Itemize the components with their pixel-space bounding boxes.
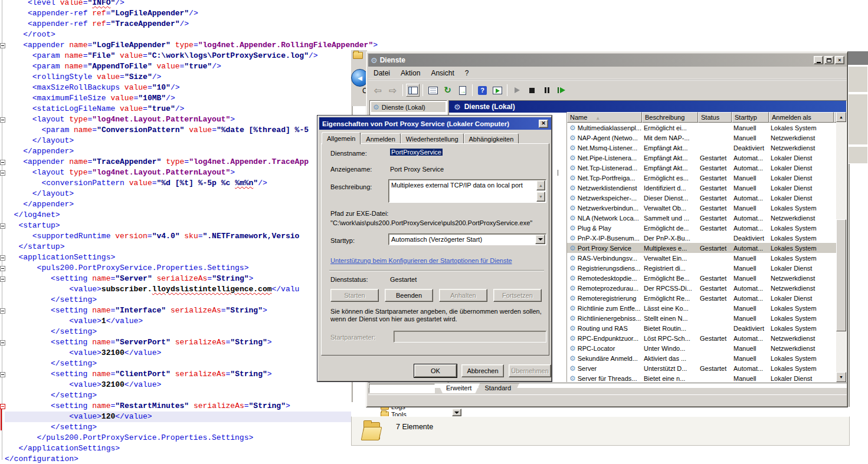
- code-line[interactable]: <appender-ref ref="TraceAppender"/>: [5, 19, 378, 29]
- service-row[interactable]: ⚙Remotedesktopdie...Ermöglicht Be...Gest…: [567, 273, 837, 283]
- dialog-titlebar[interactable]: Eigenschaften von Port Proxy Service (Lo…: [319, 117, 551, 130]
- service-row[interactable]: ⚙RemoteregistrierungErmöglicht Re...Gest…: [567, 293, 837, 303]
- start-params-input[interactable]: [394, 331, 546, 343]
- code-line[interactable]: <appender-ref ref="LogFileAppender"/>: [5, 8, 378, 19]
- properties-icon[interactable]: [426, 84, 440, 97]
- extended-view-icon[interactable]: [490, 84, 504, 97]
- scrollbar-thumb[interactable]: [836, 219, 846, 331]
- close-button[interactable]: ✕: [539, 120, 548, 128]
- code-line[interactable]: <value>120</value>: [5, 412, 352, 422]
- ok-button[interactable]: OK: [414, 364, 457, 377]
- code-line[interactable]: </puls200.PortProxyService.Properties.Se…: [5, 433, 378, 443]
- forward-icon[interactable]: ⇨: [386, 84, 399, 97]
- chevron-down-icon[interactable]: [535, 235, 545, 244]
- code-line[interactable]: </applicationSettings>: [5, 443, 378, 454]
- stop-service-icon[interactable]: [525, 84, 539, 97]
- scroll-up-button[interactable]: ▲: [836, 112, 846, 122]
- service-name-value[interactable]: PortProxyService: [390, 149, 443, 156]
- service-row[interactable]: ⚙Remoteprozedurau...Der RPCSS-Di...Gesta…: [567, 283, 837, 293]
- code-line[interactable]: <maxSizeRollBackups value="10"/>: [5, 83, 378, 93]
- back-icon[interactable]: ⇦: [371, 84, 385, 97]
- service-row[interactable]: ⚙NetzwerklistendienstIdentifiziert d...G…: [567, 183, 837, 193]
- service-row[interactable]: ⚙Net.Tcp-Listenerad...Empfängt Akt...Ges…: [567, 163, 837, 173]
- service-row[interactable]: ⚙Netzwerkspeicher-...Dieser Dienst...Ges…: [567, 193, 837, 203]
- menu-[interactable]: ?: [460, 68, 474, 78]
- service-row[interactable]: ⚙Netzwerkverbindun...Verwaltet Ob...Gest…: [567, 203, 837, 213]
- tab-anmelden[interactable]: Anmelden: [361, 133, 401, 144]
- code-line[interactable]: </root>: [5, 29, 378, 40]
- services-window-titlebar[interactable]: ⚙ Dienste ×: [368, 54, 847, 67]
- service-row[interactable]: ⚙Registrierungsdiens...Registriert di...…: [567, 263, 837, 273]
- pause-service-icon[interactable]: [540, 84, 553, 97]
- code-line[interactable]: <rollingStyle value="Size"/>: [5, 72, 378, 83]
- fold-toggle[interactable]: [0, 404, 5, 409]
- service-row[interactable]: ⚙RAS-Verbindungsv...Verwaltet Ein...Manu…: [567, 253, 837, 263]
- service-row[interactable]: ⚙Richtlinie zum Entfe...Lässt eine Ko...…: [567, 303, 837, 313]
- bernehmen-button[interactable]: Übernehmen: [509, 364, 551, 377]
- column-header-starttyp[interactable]: Starttyp: [732, 112, 769, 123]
- fold-toggle[interactable]: [0, 43, 5, 48]
- code-line[interactable]: <staticLogFileName value="true"/>: [5, 104, 378, 114]
- vertical-scrollbar[interactable]: ▲ ▼: [836, 112, 846, 382]
- service-row[interactable]: ⚙Richtlinienergebniss...Stellt einen N..…: [567, 313, 837, 323]
- description-field[interactable]: Multiplexes external TCP/IP data on loca…: [388, 179, 546, 203]
- view-tab-standard[interactable]: Standard: [476, 383, 519, 393]
- beenden-button[interactable]: Beenden: [385, 289, 433, 302]
- code-line[interactable]: <maximumFileSize value="10MB"/>: [5, 93, 378, 104]
- code-line[interactable]: <setting name="RestartMinutes" serialize…: [5, 401, 378, 412]
- tab-abhngigkeiten[interactable]: Abhängigkeiten: [464, 133, 519, 144]
- service-row[interactable]: ⚙NLA (Network Loca...Sammelt und ...Gest…: [567, 213, 837, 223]
- code-line[interactable]: <appender name="LogFileAppender" type="l…: [5, 40, 378, 51]
- export-list-icon[interactable]: →: [456, 84, 469, 97]
- tree-item-dienste-lokal[interactable]: ⚙ Dienste (Lokal): [371, 102, 446, 112]
- close-button[interactable]: ×: [835, 56, 844, 64]
- scroll-down-button[interactable]: ▼: [536, 192, 545, 202]
- code-line[interactable]: <level value="INFO"/>: [5, 0, 378, 8]
- column-header-status[interactable]: Status: [698, 112, 732, 123]
- menu-datei[interactable]: Datei: [368, 68, 395, 78]
- service-row[interactable]: ⚙Net.Pipe-Listenera...Empfängt Akt...Ges…: [567, 153, 837, 163]
- menu-aktion[interactable]: Aktion: [395, 68, 425, 78]
- fortsetzen-button[interactable]: Fortsetzen: [493, 289, 542, 302]
- starten-button[interactable]: Starten: [330, 289, 379, 302]
- refresh-icon[interactable]: ↻: [441, 84, 454, 97]
- fold-toggle[interactable]: [0, 223, 5, 229]
- fold-toggle[interactable]: [0, 117, 5, 123]
- minimize-button[interactable]: [814, 56, 823, 64]
- fold-toggle[interactable]: [0, 266, 5, 271]
- fold-toggle[interactable]: [0, 308, 5, 314]
- fold-toggle[interactable]: [0, 170, 5, 176]
- service-row[interactable]: ⚙Server für Threads...Bietet eine n...Ma…: [567, 373, 837, 382]
- abbrechen-button[interactable]: Abbrechen: [461, 364, 504, 377]
- anhalten-button[interactable]: Anhalten: [439, 289, 487, 302]
- service-row[interactable]: ⚙ServerUnterstützt D...GestartetAutomat.…: [567, 363, 837, 373]
- code-line[interactable]: </setting>: [5, 390, 378, 401]
- service-row[interactable]: ⚙Plug & PlayErmöglicht de...GestartetAut…: [567, 223, 837, 233]
- column-header-name[interactable]: Name▲: [567, 112, 642, 123]
- startup-options-help-link[interactable]: Unterstützung beim Konfigurieren der Sta…: [330, 257, 512, 264]
- code-line[interactable]: </setting>: [5, 422, 378, 433]
- tab-wiederherstellung[interactable]: Wiederherstellung: [401, 133, 464, 144]
- start-service-icon[interactable]: [510, 84, 524, 97]
- service-row[interactable]: ⚙Sekundäre Anmeld...Aktiviert das ...Man…: [567, 353, 837, 363]
- service-row[interactable]: ⚙RPC-LocatorUnter Windo...ManuellNetzwer…: [567, 343, 837, 353]
- maximize-button[interactable]: [824, 56, 834, 64]
- code-line[interactable]: <param name="File" value="C:\work\logs\P…: [5, 51, 378, 61]
- service-row[interactable]: ⚙Net.Tcp-Portfreiga...Ermöglicht es...Ge…: [567, 173, 837, 183]
- service-row[interactable]: ⚙Routing und RASBietet Routin...Deaktivi…: [567, 323, 837, 333]
- service-row[interactable]: ⚙Multimediaklassenpl...Ermöglicht ei...M…: [567, 123, 837, 133]
- help-icon[interactable]: ?: [476, 84, 489, 97]
- service-row[interactable]: ⚙PnP-X-IP-Busenum...Der PnP-X-Bu...Deakt…: [567, 233, 837, 243]
- fold-toggle[interactable]: [0, 277, 5, 282]
- console-tree-icon[interactable]: [406, 84, 420, 97]
- startup-type-select[interactable]: Automatisch (Verzögerter Start): [388, 233, 546, 245]
- column-header-anmeldenals[interactable]: Anmelden als: [769, 112, 834, 123]
- fold-toggle[interactable]: [0, 372, 5, 377]
- service-row[interactable]: ⚙NAP-Agent (Netwo...Mit dem NAP-...Manue…: [567, 133, 837, 143]
- service-row[interactable]: ⚙RPC-Endpunktzuor...Löst RPC-Sch...Gesta…: [567, 333, 837, 343]
- scroll-up-button[interactable]: ▲: [536, 180, 545, 190]
- dropdown-button[interactable]: [452, 409, 461, 416]
- tab-allgemein[interactable]: Allgemein: [322, 132, 361, 144]
- fold-toggle[interactable]: [0, 255, 5, 261]
- service-row[interactable]: ⚙Net.Msmq-Listener...Empfängt Akt...Deak…: [567, 143, 837, 153]
